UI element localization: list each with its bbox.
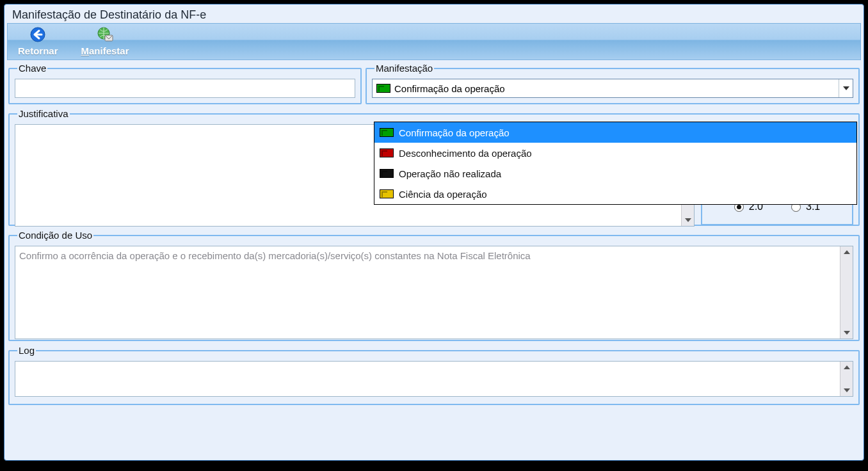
manifestacao-combo-wrap: Confirmação da operação [372,79,853,98]
group-condicao: Condição de Uso Confirmo a ocorrência da… [8,230,860,341]
manifestacao-dropdown[interactable]: Confirmação da operação Desconhecimento … [374,122,857,205]
chave-input[interactable] [15,79,355,98]
log-scrollbar[interactable] [840,362,853,396]
back-arrow-icon [29,27,46,45]
condicao-textarea[interactable]: Confirmo a ocorrência da operação e o re… [15,246,853,339]
group-log: Log [8,345,860,405]
dropdown-option-label: Desconhecimento da operação [399,148,532,159]
app-window: Manifestação de Destinatário da NF-e Ret… [4,4,864,461]
scroll-up-icon[interactable] [840,246,853,258]
dropdown-option-nao-realizada[interactable]: Operação não realizada [374,163,856,184]
group-justificativa-label: Justificativa [17,108,70,119]
scroll-down-icon[interactable] [840,327,853,339]
chevron-down-icon [839,79,853,97]
dropdown-option-ciencia[interactable]: Ciência da operação [374,184,856,204]
scroll-up-icon[interactable] [840,362,853,373]
dropdown-option-desconhecimento[interactable]: Desconhecimento da operação [374,143,856,163]
dropdown-option-confirmacao[interactable]: Confirmação da operação [374,122,856,143]
dropdown-option-label: Ciência da operação [399,189,487,200]
flag-icon [380,189,394,198]
group-condicao-label: Condição de Uso [17,230,93,241]
window-title: Manifestação de Destinatário da NF-e [4,4,864,23]
retornar-button[interactable]: Retornar [14,26,62,58]
flag-icon [380,148,394,157]
manifestacao-select[interactable]: Confirmação da operação [372,79,853,98]
group-manifestacao-label: Manifestação [374,63,434,74]
manifestar-button[interactable]: Manifestar [77,26,133,58]
row-chave-manifestacao: Chave Manifestação Confirmação da operaç… [8,63,860,104]
manifestar-label: Manifestar [81,45,129,56]
dropdown-option-label: Operação não realizada [399,168,501,179]
group-log-label: Log [17,345,36,356]
manifestacao-selected-label: Confirmação da operação [394,83,505,94]
group-chave: Chave [8,63,362,104]
dropdown-option-label: Confirmação da operação [399,127,510,138]
flag-icon [376,84,390,93]
condicao-text: Confirmo a ocorrência da operação e o re… [19,249,839,336]
toolbar: Retornar Manifestar [7,23,861,60]
flag-icon [380,169,394,178]
scroll-down-icon[interactable] [682,214,694,226]
group-manifestacao: Manifestação Confirmação da operação [366,63,860,104]
log-textarea[interactable] [15,361,853,397]
scroll-down-icon[interactable] [840,385,853,396]
condicao-scrollbar[interactable] [840,246,853,339]
globe-send-icon [97,27,113,45]
retornar-label: Retornar [18,45,58,56]
group-chave-label: Chave [17,63,47,74]
content-area: Chave Manifestação Confirmação da operaç… [4,60,864,409]
flag-icon [380,128,394,137]
